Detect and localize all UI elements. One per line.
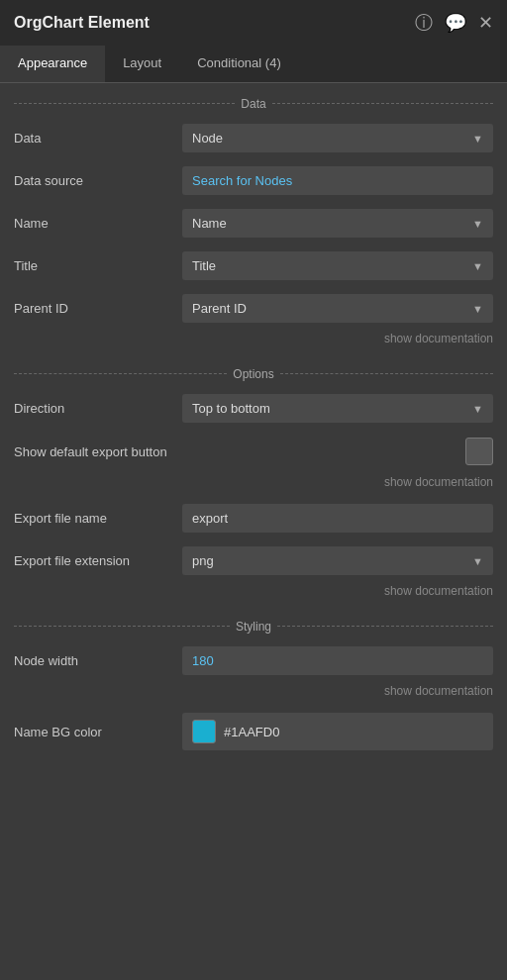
data-select-arrow: ▼ (472, 133, 483, 145)
title-field-row: Title Title ▼ (0, 245, 507, 287)
search-for-nodes-link[interactable]: Search for Nodes (182, 166, 493, 195)
title-select-value: Title (192, 258, 216, 273)
export-file-name-label: Export file name (14, 511, 182, 526)
show-export-button-toggle[interactable] (465, 438, 493, 465)
show-export-button-label: Show default export button (14, 444, 167, 459)
tab-layout[interactable]: Layout (105, 46, 179, 82)
name-bg-color-row: Name BG color #1AAFD0 (0, 706, 507, 757)
node-width-label: Node width (14, 653, 182, 668)
name-field-row: Name Name ▼ (0, 202, 507, 245)
parent-id-select-arrow: ▼ (472, 303, 483, 315)
export-file-extension-select[interactable]: png ▼ (182, 546, 493, 575)
parent-id-select-value: Parent ID (192, 301, 247, 316)
info-icon[interactable]: ⓘ (415, 11, 433, 35)
name-select-box[interactable]: Name ▼ (182, 209, 493, 238)
name-bg-color-control[interactable]: #1AAFD0 (182, 713, 493, 750)
node-width-row: Node width (0, 639, 507, 682)
data-show-doc[interactable]: show documentation (0, 330, 507, 353)
export-file-name-row: Export file name (0, 497, 507, 539)
name-field-label: Name (14, 216, 182, 231)
name-select-value: Name (192, 216, 227, 231)
node-width-input-container[interactable] (182, 646, 493, 675)
data-field-row: Data Node ▼ (0, 117, 507, 159)
direction-select-value: Top to bottom (192, 401, 270, 416)
title-bar-icons: ⓘ 💬 ✕ (415, 11, 493, 35)
window-title: OrgChart Element (14, 14, 150, 32)
export-show-doc[interactable]: show documentation (0, 582, 507, 606)
parent-id-select[interactable]: Parent ID ▼ (182, 294, 493, 323)
options-section-divider: Options (0, 353, 507, 387)
title-field-label: Title (14, 258, 182, 273)
title-select-arrow: ▼ (472, 260, 483, 272)
data-source-label: Data source (14, 173, 182, 188)
node-width-input[interactable] (182, 646, 493, 675)
direction-field-row: Direction Top to bottom ▼ (0, 387, 507, 430)
export-file-name-input[interactable] (182, 504, 493, 533)
direction-label: Direction (14, 401, 182, 416)
data-section-divider: Data (0, 83, 507, 117)
parent-id-label: Parent ID (14, 301, 182, 316)
direction-select-box[interactable]: Top to bottom ▼ (182, 394, 493, 423)
comment-icon[interactable]: 💬 (445, 12, 466, 34)
export-ext-value: png (192, 553, 214, 568)
direction-select-arrow: ▼ (472, 403, 483, 415)
styling-show-doc[interactable]: show documentation (0, 682, 507, 706)
show-export-button-row: Show default export button (0, 430, 507, 473)
export-ext-select-box[interactable]: png ▼ (182, 546, 493, 575)
name-bg-color-swatch[interactable] (192, 720, 216, 743)
data-field-select[interactable]: Node ▼ (182, 124, 493, 152)
data-source-field-row: Data source Search for Nodes (0, 159, 507, 202)
data-field-label: Data (14, 131, 182, 146)
title-field-select[interactable]: Title ▼ (182, 251, 493, 280)
tab-conditional[interactable]: Conditional (4) (179, 46, 299, 82)
parent-id-field-row: Parent ID Parent ID ▼ (0, 287, 507, 330)
export-ext-arrow: ▼ (472, 555, 483, 567)
title-select-box[interactable]: Title ▼ (182, 251, 493, 280)
tabs: Appearance Layout Conditional (4) (0, 46, 507, 83)
tab-appearance[interactable]: Appearance (0, 46, 105, 82)
name-field-select[interactable]: Name ▼ (182, 209, 493, 238)
data-select-value: Node (192, 131, 223, 146)
title-bar: OrgChart Element ⓘ 💬 ✕ (0, 0, 507, 46)
data-select-box[interactable]: Node ▼ (182, 124, 493, 152)
options-show-doc[interactable]: show documentation (0, 473, 507, 497)
data-source-control[interactable]: Search for Nodes (182, 166, 493, 195)
close-icon[interactable]: ✕ (478, 12, 493, 34)
name-select-arrow: ▼ (472, 218, 483, 230)
export-file-extension-label: Export file extension (14, 553, 182, 568)
name-bg-color-label: Name BG color (14, 725, 182, 739)
name-bg-color-box[interactable]: #1AAFD0 (182, 713, 493, 750)
styling-section-divider: Styling (0, 606, 507, 639)
color-row: #1AAFD0 (192, 720, 279, 743)
parent-id-select-box[interactable]: Parent ID ▼ (182, 294, 493, 323)
name-bg-color-value: #1AAFD0 (224, 725, 279, 739)
export-file-name-input-container[interactable] (182, 504, 493, 533)
direction-select[interactable]: Top to bottom ▼ (182, 394, 493, 423)
export-file-extension-row: Export file extension png ▼ (0, 539, 507, 582)
